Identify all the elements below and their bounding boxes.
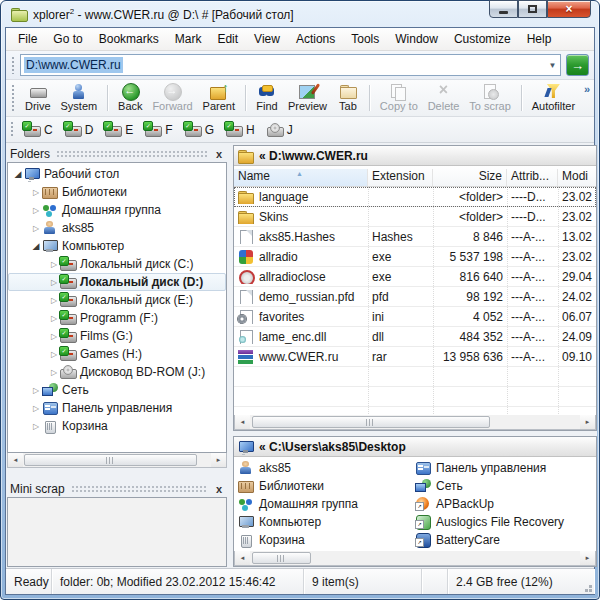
scroll-left-icon[interactable]: ◄ <box>235 415 250 429</box>
bottom-pane-horizontal-scrollbar[interactable]: ◄ ► <box>234 551 596 566</box>
menu-window[interactable]: Window <box>387 29 446 49</box>
find-button[interactable]: Find <box>251 81 283 115</box>
expander-collapsed-icon[interactable]: ▷ <box>30 422 42 431</box>
desktop-item-homegroup[interactable]: Домашняя группа <box>238 495 415 513</box>
tree-item-libraries[interactable]: ▷Библиотеки <box>8 183 226 201</box>
drive-button-g[interactable]: G <box>180 121 218 139</box>
column-header-size[interactable]: Size <box>433 169 507 186</box>
toolbar-overflow-chevron[interactable]: » <box>584 83 590 95</box>
file-row-language[interactable]: language<folder>----D...23.02 <box>234 187 596 207</box>
menu-tools[interactable]: Tools <box>343 29 387 49</box>
tree-item-disk-d[interactable]: ▷Локальный диск (D:) <box>8 273 226 291</box>
top-pane-path-header[interactable]: « D:\www.CWER.ru <box>234 146 596 166</box>
titlebar[interactable]: xplorer2 - www.CWER.ru @ D:\ # [Рабочий … <box>1 1 599 27</box>
tree-item-control-panel[interactable]: ▷Панель управления <box>8 399 226 417</box>
system-button[interactable]: System <box>56 81 103 115</box>
expander-expanded-icon[interactable]: ◢ <box>30 241 42 251</box>
menu-goto[interactable]: Go to <box>45 29 90 49</box>
toolbar-gripper[interactable] <box>11 84 16 112</box>
back-button[interactable]: Back <box>113 81 147 115</box>
column-header-attributes[interactable]: Attrib... <box>507 169 558 186</box>
bottom-pane-path-header[interactable]: « C:\Users\aks85\Desktop <box>234 437 596 457</box>
column-header-modified[interactable]: Modi <box>558 169 596 186</box>
go-button[interactable]: → <box>566 54 589 76</box>
file-row-hashes[interactable]: aks85.HashesHashes8 846---A-...13.02 <box>234 227 596 247</box>
expander-collapsed-icon[interactable]: ▷ <box>48 368 60 377</box>
menu-mark[interactable]: Mark <box>167 29 210 49</box>
menu-view[interactable]: View <box>246 29 288 49</box>
file-row-favorites[interactable]: favoritesini4 052---A-...06.07 <box>234 307 596 327</box>
address-input[interactable]: D:\www.CWER.ru ▼ <box>20 54 561 76</box>
miniscrap-panel-header[interactable]: Mini scrap x <box>7 480 227 497</box>
tree-item-recycle-bin[interactable]: ▷Корзина <box>8 417 226 435</box>
menu-file[interactable]: File <box>10 29 45 49</box>
tree-item-disk-c[interactable]: ▷Локальный диск (C:) <box>8 255 226 273</box>
menu-customize[interactable]: Customize <box>446 29 519 49</box>
drive-button-j[interactable]: J <box>262 121 297 139</box>
file-row-skins[interactable]: Skins<folder>----D...23.02 <box>234 207 596 227</box>
chevron-down-icon[interactable]: ▼ <box>545 61 560 70</box>
drive-button[interactable]: Drive <box>20 81 56 115</box>
menu-actions[interactable]: Actions <box>288 29 343 49</box>
toolbar-gripper[interactable] <box>10 121 15 138</box>
scroll-right-icon[interactable]: ► <box>580 415 595 429</box>
scroll-right-icon[interactable]: ► <box>580 551 595 565</box>
tree-item-disk-e[interactable]: ▷Локальный диск (E:) <box>8 291 226 309</box>
expander-collapsed-icon[interactable]: ▷ <box>30 206 42 215</box>
drive-button-e[interactable]: E <box>100 121 137 139</box>
tree-item-desktop[interactable]: ◢Рабочий стол <box>8 165 226 183</box>
autofilter-button[interactable]: Autofilter <box>527 81 580 115</box>
maximize-button[interactable] <box>518 0 547 18</box>
file-row-lame-enc[interactable]: lame_enc.dlldll484 352---A-...24.09 <box>234 327 596 347</box>
tree-horizontal-scrollbar[interactable]: ◄ ► <box>7 453 227 468</box>
resize-grip[interactable] <box>589 589 592 592</box>
scrollbar-thumb[interactable] <box>252 416 490 428</box>
file-row-allradio[interactable]: allradioexe5 537 198---A-...23.02 <box>234 247 596 267</box>
scrollbar-thumb[interactable] <box>252 552 311 564</box>
drive-button-c[interactable]: C <box>19 121 57 139</box>
menu-edit[interactable]: Edit <box>209 29 246 49</box>
scrollbar-thumb[interactable] <box>24 454 197 466</box>
desktop-item-network[interactable]: Сеть <box>415 477 592 495</box>
top-pane-horizontal-scrollbar[interactable]: ◄ ► <box>234 415 596 430</box>
expander-expanded-icon[interactable]: ◢ <box>12 169 24 179</box>
desktop-item-auslogics[interactable]: Auslogics File Recovery <box>415 513 592 531</box>
tree-item-disk-g[interactable]: ▷Films (G:) <box>8 327 226 345</box>
desktop-item-apbackup[interactable]: APBackUp <box>415 495 592 513</box>
drive-button-d[interactable]: D <box>60 121 98 139</box>
close-button[interactable]: × <box>547 0 591 18</box>
folders-panel-header[interactable]: Folders x <box>7 145 227 162</box>
miniscrap-panel-close-icon[interactable]: x <box>214 483 224 495</box>
menu-help[interactable]: Help <box>519 29 560 49</box>
expander-collapsed-icon[interactable]: ▷ <box>30 404 42 413</box>
file-row-cwer-rar[interactable]: www.CWER.rurar13 958 636---A-...09.10 <box>234 347 596 367</box>
scroll-left-icon[interactable]: ◄ <box>235 551 250 565</box>
column-header-name[interactable]: ▲Name <box>234 169 368 186</box>
desktop-item-computer[interactable]: Компьютер <box>238 513 415 531</box>
column-header-extension[interactable]: Extension <box>368 169 433 186</box>
parent-button[interactable]: Parent <box>198 81 240 115</box>
tree-item-computer[interactable]: ◢Компьютер <box>8 237 226 255</box>
expander-collapsed-icon[interactable]: ▷ <box>30 224 42 233</box>
tree-item-disk-h[interactable]: ▷Games (H:) <box>8 345 226 363</box>
drive-button-f[interactable]: F <box>140 121 176 139</box>
file-row-demo-russian[interactable]: demo_russian.pfdpfd98 192---A-...24.02 <box>234 287 596 307</box>
minimize-button[interactable] <box>489 0 518 18</box>
file-row-allradioclose[interactable]: allradiocloseexe816 640---A-...29.04 <box>234 267 596 287</box>
menu-bookmarks[interactable]: Bookmarks <box>91 29 167 49</box>
folders-panel-close-icon[interactable]: x <box>214 148 224 160</box>
miniscrap-content[interactable] <box>7 497 227 567</box>
desktop-item-batterycare[interactable]: BatteryCare <box>415 531 592 549</box>
expander-collapsed-icon[interactable]: ▷ <box>30 188 42 197</box>
preview-button[interactable]: Preview <box>283 81 332 115</box>
desktop-item-recycle-bin[interactable]: Корзина <box>238 531 415 549</box>
desktop-item-aks85[interactable]: aks85 <box>238 459 415 477</box>
tree-item-homegroup[interactable]: ▷Домашняя группа <box>8 201 226 219</box>
desktop-item-control-panel[interactable]: Панель управления <box>415 459 592 477</box>
tree-item-user[interactable]: ▷aks85 <box>8 219 226 237</box>
toolbar-gripper[interactable] <box>11 56 16 74</box>
scroll-left-icon[interactable]: ◄ <box>8 453 23 467</box>
expander-collapsed-icon[interactable]: ▷ <box>30 386 42 395</box>
tree-item-disk-f[interactable]: ▷Programm (F:) <box>8 309 226 327</box>
desktop-item-libraries[interactable]: Библиотеки <box>238 477 415 495</box>
